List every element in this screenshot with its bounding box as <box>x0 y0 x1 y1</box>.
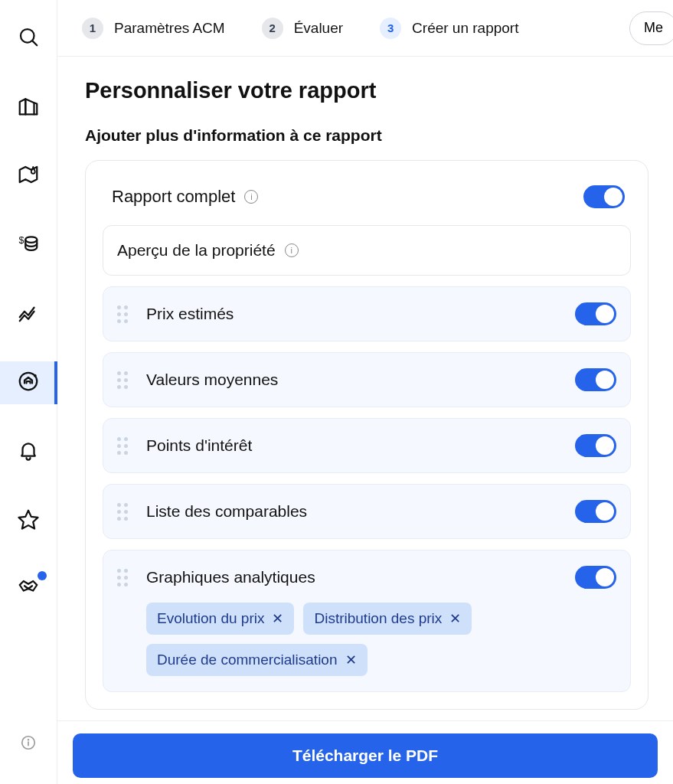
sidebar-nav: $ <box>0 0 57 784</box>
handshake-icon <box>17 573 40 599</box>
full-report-row: Rapport complet i <box>103 181 631 225</box>
charts-toggle[interactable] <box>575 566 616 589</box>
chip-label: Durée de commercialisation <box>157 652 338 668</box>
sidebar-item-home-valuation[interactable] <box>0 361 57 404</box>
comparables-toggle[interactable] <box>575 500 616 523</box>
sidebar-item-favorites[interactable] <box>0 499 57 542</box>
close-icon[interactable]: ✕ <box>449 610 461 627</box>
download-pdf-button[interactable]: Télécharger le PDF <box>73 733 658 778</box>
close-icon[interactable]: ✕ <box>345 652 357 668</box>
chip-price-evolution: Evolution du prix ✕ <box>146 603 294 635</box>
sidebar-item-partners[interactable] <box>0 568 57 605</box>
drag-handle-icon[interactable] <box>117 305 134 323</box>
report-panel: Rapport complet i Aperçu de la propriété… <box>85 160 648 710</box>
chart-chips: Evolution du prix ✕ Distribution des pri… <box>146 603 616 676</box>
home-circle-icon <box>17 370 40 396</box>
step-3[interactable]: 3 Créer un rapport <box>361 0 537 56</box>
info-icon[interactable]: i <box>244 190 258 204</box>
option-property-overview: Aperçu de la propriété i <box>103 225 631 276</box>
sidebar-item-finance[interactable]: $ <box>0 224 57 266</box>
option-label: Graphiques analytiques <box>146 568 315 586</box>
dollar-coins-icon: $ <box>17 232 40 258</box>
option-label: Points d'intérêt <box>146 436 252 455</box>
sidebar-item-map-fire[interactable] <box>0 155 57 198</box>
info-icon[interactable]: i <box>285 243 299 257</box>
bell-icon <box>17 439 40 465</box>
step-number: 2 <box>262 18 283 39</box>
sidebar-item-buildings[interactable] <box>0 86 57 129</box>
svg-text:$: $ <box>19 235 25 246</box>
step-1[interactable]: 1 Paramètres ACM <box>64 0 243 56</box>
step-label: Paramètres ACM <box>114 20 225 37</box>
chip-label: Distribution des prix <box>314 610 442 627</box>
info-icon <box>20 734 37 754</box>
sidebar-item-trends[interactable] <box>0 292 57 335</box>
drag-handle-icon[interactable] <box>117 569 134 586</box>
drag-handle-icon[interactable] <box>117 503 134 521</box>
full-report-toggle[interactable] <box>583 185 625 208</box>
option-analytical-charts: Graphiques analytiques Evolution du prix… <box>103 550 631 692</box>
page-title: Personnaliser votre rapport <box>85 78 648 103</box>
content-area: Personnaliser votre rapport Ajouter plus… <box>57 57 673 720</box>
option-label: Aperçu de la propriété <box>117 241 276 260</box>
option-avg-values: Valeurs moyennes <box>103 352 631 407</box>
step-label: Évaluer <box>294 20 343 37</box>
drag-handle-icon[interactable] <box>117 371 134 389</box>
svg-point-6 <box>34 374 37 377</box>
svg-point-10 <box>28 740 29 740</box>
step-label: Créer un rapport <box>412 20 518 37</box>
trends-icon <box>17 301 40 327</box>
wizard-stepper: 1 Paramètres ACM 2 Évaluer 3 Créer un ra… <box>57 0 673 57</box>
option-points-of-interest: Points d'intérêt <box>103 418 631 473</box>
footer-bar: Télécharger le PDF <box>57 720 673 784</box>
option-comparables-list: Liste des comparables <box>103 484 631 539</box>
buildings-icon <box>17 94 40 120</box>
notification-dot <box>38 571 47 580</box>
sidebar-item-info[interactable] <box>0 723 57 766</box>
avg-values-toggle[interactable] <box>575 368 616 391</box>
full-report-label: Rapport complet <box>112 187 235 207</box>
poi-toggle[interactable] <box>575 434 616 457</box>
option-label: Prix estimés <box>146 305 234 323</box>
sidebar-item-notifications[interactable] <box>0 430 57 473</box>
estimated-prices-toggle[interactable] <box>575 302 616 325</box>
close-icon[interactable]: ✕ <box>272 610 283 627</box>
step-number: 3 <box>380 18 401 39</box>
svg-line-1 <box>33 41 38 46</box>
step-2[interactable]: 2 Évaluer <box>243 0 361 56</box>
chip-label: Evolution du prix <box>157 610 264 627</box>
map-fire-icon <box>17 163 40 189</box>
option-label: Valeurs moyennes <box>146 371 278 389</box>
menu-button[interactable]: Me <box>629 11 673 45</box>
step-number: 1 <box>82 18 103 39</box>
option-label: Liste des comparables <box>146 502 307 521</box>
chip-time-on-market: Durée de commercialisation ✕ <box>146 644 368 676</box>
chip-price-distribution: Distribution des prix ✕ <box>303 603 472 635</box>
svg-marker-7 <box>19 511 38 529</box>
section-subtitle: Ajouter plus d'information à ce rapport <box>85 126 648 145</box>
option-estimated-prices: Prix estimés <box>103 286 631 341</box>
star-icon <box>17 508 40 534</box>
sidebar-item-search[interactable] <box>0 17 57 60</box>
search-icon <box>17 25 40 51</box>
svg-point-3 <box>25 237 37 243</box>
drag-handle-icon[interactable] <box>117 437 134 455</box>
